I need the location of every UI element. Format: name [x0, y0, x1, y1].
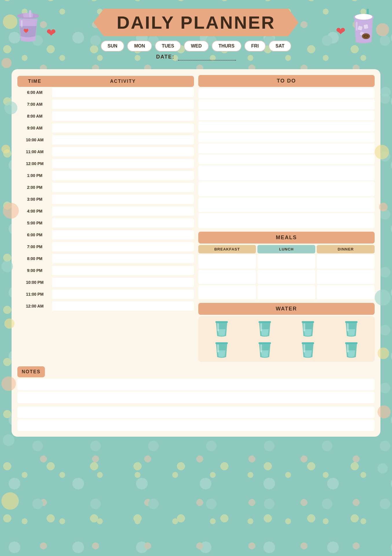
day-wed[interactable]: WED [184, 41, 208, 52]
todo-row-item[interactable] [198, 132, 375, 142]
todo-row-item[interactable] [198, 154, 375, 164]
day-sun[interactable]: SUN [101, 41, 124, 52]
time-cell: 9:00 PM [17, 266, 52, 275]
activity-cell[interactable] [52, 183, 194, 192]
meal-cell[interactable] [198, 254, 256, 269]
day-mon[interactable]: MON [127, 41, 152, 52]
notes-line[interactable] [17, 419, 375, 431]
meals-header: MEALS [198, 232, 375, 244]
meals-section: MEALS BREAKFAST LUNCH DINNER [198, 232, 375, 299]
meals-rows [198, 254, 375, 299]
days-row: SUN MON TUES WED THURS FRI SAT [9, 41, 383, 52]
day-tues[interactable]: TUES [155, 41, 181, 52]
svg-rect-11 [356, 22, 358, 30]
todo-row-item[interactable] [198, 110, 375, 120]
svg-rect-17 [303, 323, 305, 331]
activity-cell[interactable] [52, 135, 194, 145]
svg-rect-15 [260, 323, 262, 331]
svg-rect-20 [215, 342, 228, 344]
todo-row-item[interactable] [198, 88, 375, 98]
meal-cell[interactable] [257, 285, 315, 299]
col-time-header: TIME [17, 76, 52, 87]
water-cup[interactable] [331, 319, 372, 338]
water-cup[interactable] [244, 340, 285, 359]
todo-row-item[interactable] [198, 197, 375, 212]
schedule-row: 2:00 PM [17, 183, 194, 192]
notes-line[interactable] [17, 392, 375, 403]
todo-row-item[interactable] [198, 121, 375, 131]
left-coffee-cup-decoration [14, 9, 42, 47]
todo-rows [198, 88, 375, 228]
meal-cell[interactable] [317, 254, 375, 269]
activity-cell[interactable] [52, 195, 194, 204]
meal-cell[interactable] [257, 254, 315, 269]
time-cell: 4:00 PM [17, 206, 52, 216]
svg-rect-14 [259, 321, 271, 323]
time-cell: 7:00 PM [17, 242, 52, 251]
schedule-row: 8:00 AM [17, 111, 194, 121]
todo-row-item[interactable] [198, 213, 375, 228]
activity-cell[interactable] [52, 171, 194, 180]
activity-cell[interactable] [52, 100, 194, 109]
water-cup[interactable] [287, 340, 328, 359]
time-cell: 11:00 PM [17, 290, 52, 299]
activity-cell[interactable] [52, 230, 194, 239]
todo-row-item[interactable] [198, 165, 375, 180]
time-cell: 12:00 PM [17, 159, 52, 168]
svg-rect-8 [364, 24, 368, 29]
date-input-dots[interactable] [178, 54, 236, 61]
activity-cell[interactable] [52, 266, 194, 275]
notes-line[interactable] [17, 379, 375, 390]
todo-row-item[interactable] [198, 99, 375, 109]
day-fri[interactable]: FRI [244, 41, 266, 52]
schedule-row: 8:00 PM [17, 254, 194, 263]
water-cup[interactable] [201, 319, 242, 338]
notes-line[interactable] [17, 407, 375, 418]
activity-cell[interactable] [52, 218, 194, 228]
activity-cell[interactable] [52, 159, 194, 168]
activity-cell[interactable] [52, 254, 194, 263]
day-sat[interactable]: SAT [269, 41, 292, 52]
schedule-row: 9:00 AM [17, 123, 194, 133]
activity-cell[interactable] [52, 242, 194, 251]
water-cup[interactable] [244, 319, 285, 338]
water-section: WATER [198, 303, 375, 362]
svg-rect-13 [217, 323, 219, 331]
svg-rect-12 [215, 321, 228, 323]
water-cup[interactable] [331, 340, 372, 359]
dinner-header: DINNER [317, 245, 375, 253]
svg-rect-3 [21, 20, 23, 28]
activity-cell[interactable] [52, 123, 194, 133]
schedule-row: 6:00 AM [17, 88, 194, 97]
notes-lines [17, 379, 375, 431]
time-cell: 11:00 AM [17, 147, 52, 156]
todo-row-item[interactable] [198, 181, 375, 196]
day-thurs[interactable]: THURS [212, 41, 241, 52]
activity-cell[interactable] [52, 111, 194, 121]
meal-cell[interactable] [198, 285, 256, 299]
notes-header: NOTES [17, 366, 45, 377]
activity-cell[interactable] [52, 290, 194, 299]
meal-cell[interactable] [317, 270, 375, 284]
activity-cell[interactable] [52, 301, 194, 311]
activity-cell[interactable] [52, 147, 194, 156]
meal-cell[interactable] [317, 285, 375, 299]
breakfast-header: BREAKFAST [198, 245, 256, 253]
todo-row-item[interactable] [198, 143, 375, 153]
time-cell: 7:00 AM [17, 100, 52, 109]
activity-cell[interactable] [52, 206, 194, 216]
water-cup[interactable] [201, 340, 242, 359]
time-cell: 10:00 PM [17, 278, 52, 287]
time-cell: 12:00 AM [17, 301, 52, 311]
meal-cell[interactable] [257, 270, 315, 284]
schedule-row: 12:00 AM [17, 301, 194, 311]
activity-cell[interactable] [52, 278, 194, 287]
water-cup[interactable] [287, 319, 328, 338]
activity-cell[interactable] [52, 88, 194, 97]
lunch-header: LUNCH [257, 245, 315, 253]
meals-row [198, 285, 375, 299]
meals-col-headers: BREAKFAST LUNCH DINNER [198, 245, 375, 253]
schedule-row: 4:00 PM [17, 206, 194, 216]
schedule-column: TIME ACTIVITY 6:00 AM7:00 AM8:00 AM9:00 … [17, 75, 194, 362]
meal-cell[interactable] [198, 270, 256, 284]
